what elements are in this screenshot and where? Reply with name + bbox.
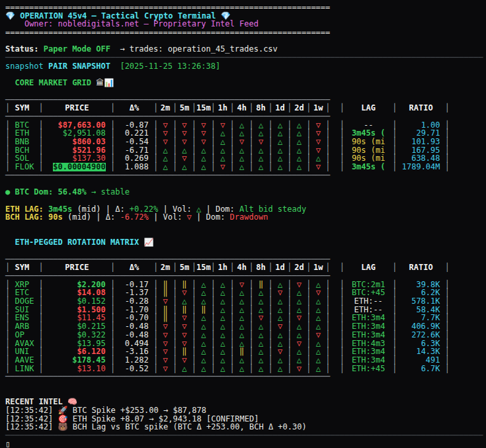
terminal-screen: { "palette": { "background": "#0a0a0c", … bbox=[0, 0, 486, 448]
trend-icon-text: ‖ bbox=[182, 281, 186, 289]
trend-icon: △ bbox=[216, 154, 230, 163]
cell-ratio-text: 1789.04M bbox=[402, 163, 440, 171]
trend-icon-text: ▽ bbox=[163, 356, 167, 365]
trend-icon-text: △ bbox=[239, 331, 244, 339]
trend-icon: ▽ bbox=[177, 289, 192, 297]
trend-icon-text: △ bbox=[297, 322, 302, 331]
cell-lag: 3m45s ( bbox=[344, 163, 392, 171]
trend-icon-text: △ bbox=[220, 314, 225, 322]
trend-icon-text: △ bbox=[297, 146, 302, 155]
trend-icon: △ bbox=[292, 297, 307, 306]
table-row: │ETH│$2,951.08│0.221│▽│▽│▽│△│△│△│△│△│▽││… bbox=[5, 129, 486, 138]
table-row: │AVAX│$13.95│0.494│▽│▽│△│△│△│△│△│▽│△││ET… bbox=[5, 339, 486, 348]
rotation-matrix-title: ETH-PEGGED ROTATION MATRIX bbox=[5, 238, 144, 247]
column-separator: │ bbox=[445, 364, 450, 373]
cell-lag: BTC:+45 bbox=[344, 289, 392, 297]
trend-icon: △ bbox=[292, 129, 307, 138]
table-border: ────────────────────────────────────────… bbox=[5, 112, 486, 121]
column-header-lag-text: LAG bbox=[361, 263, 376, 272]
cell-ratio: 167.95 bbox=[397, 146, 445, 155]
terminal-line: ========================================… bbox=[5, 28, 486, 37]
trend-icon: △ bbox=[254, 306, 268, 314]
cell-ratio: 638.48 bbox=[397, 154, 445, 163]
trend-icon-text: ‖ bbox=[163, 289, 167, 297]
trend-icon-text: ‖ bbox=[163, 314, 167, 322]
trend-icon: ▽ bbox=[158, 356, 173, 365]
cell-ratio-text: 638.48 bbox=[411, 154, 440, 163]
trend-icon-text: △ bbox=[278, 339, 282, 348]
trend-icon: △ bbox=[292, 356, 307, 365]
trend-icon: ▽ bbox=[311, 146, 325, 155]
cell-symbol-text: BCH bbox=[15, 146, 29, 155]
trend-icon: △ bbox=[235, 331, 249, 339]
trend-icon: ▽ bbox=[158, 322, 173, 331]
trend-icon-text: △ bbox=[220, 306, 225, 314]
cell-symbol-text: ENS bbox=[15, 314, 29, 322]
table-row: │XRP│$2.200│-0.17│‖│‖│△│△│▽│‖│△│▽│△││BTC… bbox=[5, 281, 486, 289]
cell-change: -0.70 bbox=[115, 314, 153, 322]
trend-icon-text: ▽ bbox=[182, 314, 186, 322]
cell-lag-text: ETH:-- bbox=[354, 306, 382, 314]
table-border: ────────────────────────────────────────… bbox=[5, 96, 486, 105]
trend-icon: △ bbox=[311, 356, 325, 365]
trend-icon: △ bbox=[254, 129, 268, 138]
cell-change-text: -3.16 bbox=[125, 347, 149, 356]
trend-icon-text: △ bbox=[259, 356, 263, 365]
trend-icon: △ bbox=[235, 339, 249, 348]
cell-price: $0.152 bbox=[44, 297, 110, 306]
trend-icon: △ bbox=[235, 297, 249, 306]
trend-icon: △ bbox=[235, 154, 249, 163]
cell-lag-text: 3m45s ( bbox=[352, 163, 385, 171]
cell-lag-text: ETH:3m4 bbox=[352, 331, 385, 339]
trend-icon-text: △ bbox=[201, 347, 206, 356]
cell-lag: 90s (mi bbox=[344, 146, 392, 155]
cell-lag-text: ETH:-- bbox=[354, 297, 382, 306]
trend-icon: ▽ bbox=[177, 138, 192, 146]
cell-change-text: -0.48 bbox=[125, 322, 149, 331]
trend-icon: △ bbox=[254, 356, 268, 365]
trend-icon-text: ▽ bbox=[297, 314, 302, 322]
rotation-matrix-table: ────────────────────────────────────────… bbox=[5, 255, 486, 381]
table-row: │BNB│$860.03│-0.54│▽│▽│▽│△│▽│▽│△│△│▽││90… bbox=[5, 138, 486, 146]
trend-icon-text: ▽ bbox=[163, 347, 167, 356]
trend-icon: ▽ bbox=[158, 297, 173, 306]
cell-change: 0.269 bbox=[115, 154, 153, 163]
cell-price: $2.200 bbox=[44, 281, 110, 289]
cell-symbol: DOGE bbox=[10, 297, 38, 306]
trend-icon: △ bbox=[216, 347, 230, 356]
cell-change: -0.87 bbox=[115, 121, 153, 130]
cell-lag: 90s (mi bbox=[344, 154, 392, 163]
cell-change: -0.17 bbox=[115, 281, 153, 289]
terminal-line: ● BTC Dom: 56.48% → stable bbox=[5, 188, 486, 197]
trend-icon-text: △ bbox=[220, 297, 225, 306]
trend-icon-text: △ bbox=[201, 331, 206, 339]
trend-icon-text: △ bbox=[220, 289, 225, 297]
core-market-grid-title: CORE MARKET GRID bbox=[5, 78, 96, 87]
cell-lag: ETH:4m3 bbox=[344, 339, 392, 348]
trend-icon: △ bbox=[273, 297, 288, 306]
cell-lag: 3m45s ( bbox=[344, 129, 392, 138]
trend-icon: △ bbox=[216, 129, 230, 138]
cell-symbol-text: AAVE bbox=[15, 356, 34, 365]
trend-icon-text: ▽ bbox=[220, 121, 225, 130]
cell-ratio: 6.7K bbox=[397, 365, 445, 373]
trend-icon: ▽ bbox=[177, 314, 192, 322]
trend-icon-text: △ bbox=[201, 322, 206, 331]
cell-symbol: ENS bbox=[10, 314, 38, 322]
trend-icon-text: △ bbox=[239, 129, 244, 138]
trend-icon: ▽ bbox=[196, 129, 211, 138]
trend-icon: ▽ bbox=[158, 138, 173, 146]
trend-icon-text: △ bbox=[316, 322, 321, 331]
trend-icon-text: ▽ bbox=[316, 331, 321, 339]
trend-icon-text: △ bbox=[163, 146, 167, 155]
trend-icon: ▽ bbox=[235, 138, 249, 146]
trend-icon: △ bbox=[254, 331, 268, 339]
trend-icon-text: △ bbox=[297, 138, 302, 146]
cell-lag: ETH:3m4 bbox=[344, 331, 392, 339]
trend-icon: △ bbox=[196, 347, 211, 356]
trend-icon-text: △ bbox=[259, 322, 263, 331]
trend-icon-text: △ bbox=[316, 314, 321, 322]
trend-icon-text: ▽ bbox=[163, 297, 167, 306]
cell-price-text: $2,951.08 bbox=[63, 129, 106, 138]
terminal-line: ────────────────────────────────────────… bbox=[5, 431, 486, 440]
